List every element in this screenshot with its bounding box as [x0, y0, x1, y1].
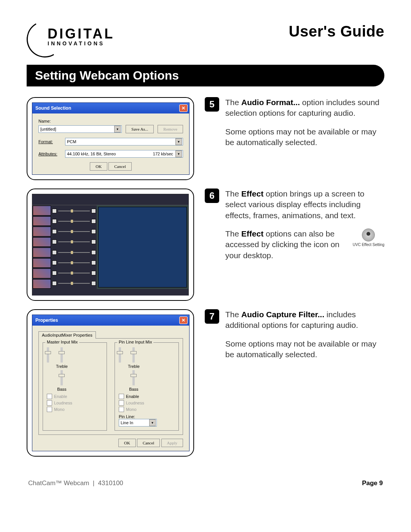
page-header: DIGITAL INNOVATIONS User's Guide	[27, 23, 384, 53]
footer-page-num: 9	[379, 479, 383, 487]
format-label: Format:	[38, 139, 61, 144]
loudness-checkbox	[47, 400, 52, 406]
footer-page-label: Page	[362, 479, 378, 487]
remove-button: Remove	[158, 125, 183, 133]
effect-sliders	[51, 205, 97, 289]
attributes-select[interactable]: 44.100 kHz, 16 Bit, Stereo 172 kb/sec ▼	[65, 150, 183, 158]
ok-button[interactable]: OK	[118, 439, 136, 447]
format-select[interactable]: PCM ▼	[65, 138, 183, 145]
pin-volume-slider[interactable]	[119, 347, 121, 363]
master-volume-slider[interactable]	[47, 347, 49, 363]
cancel-button[interactable]: Cancel	[137, 439, 160, 447]
screenshot-sound-selection: Sound Selection ✕ Name: [untitled] ▼ Sav…	[27, 97, 194, 180]
webcam-icon	[362, 228, 375, 241]
groupbox-master-input: Master Input Mix TrebleBass Enable Loudn…	[43, 342, 107, 431]
step-number-7: 7	[205, 309, 219, 324]
page-footer: ChatCam™ Webcam | 4310100 Page 9	[27, 479, 384, 487]
logo-sub-text: INNOVATIONS	[48, 40, 115, 46]
save-as-button[interactable]: Save As...	[126, 125, 154, 133]
screenshot-effect	[27, 189, 194, 301]
close-icon[interactable]: ✕	[179, 104, 188, 112]
chevron-down-icon: ▼	[175, 150, 182, 157]
master-bass-slider[interactable]	[61, 370, 63, 385]
mono-checkbox	[119, 407, 124, 412]
effect-toolbar	[32, 194, 188, 205]
dialog-titlebar: Sound Selection ✕	[32, 103, 189, 113]
pin-line-label: Pin Line:	[119, 414, 135, 419]
ok-button[interactable]: OK	[90, 162, 107, 171]
step-5-text: The Audio Format... option includes soun…	[225, 97, 384, 155]
footer-product: ChatCam™ Webcam	[28, 479, 89, 487]
groupbox-pin-line-input: Pin Line Input Mix TrebleBass Enable Lou…	[115, 342, 179, 431]
close-icon[interactable]: ✕	[179, 316, 188, 324]
screenshot-properties: Properties ✕ AudioInputMixer Properties …	[27, 309, 194, 457]
enable-checkbox	[47, 394, 52, 399]
loudness-checkbox	[119, 400, 124, 406]
section-heading: Setting Webcam Options	[27, 65, 384, 86]
dialog-title: Properties	[35, 318, 58, 323]
mono-checkbox	[47, 407, 52, 412]
chevron-down-icon: ▼	[149, 419, 156, 426]
pin-treble-slider[interactable]	[132, 347, 135, 363]
step-6-text: The Effect option brings up a screen to …	[225, 189, 384, 268]
footer-model: 4310100	[98, 479, 123, 487]
master-treble-slider[interactable]	[61, 347, 63, 363]
effect-thumbnails	[32, 205, 51, 289]
pin-line-select[interactable]: Line In ▼	[119, 419, 157, 427]
effect-preview	[98, 207, 187, 288]
guide-title: User's Guide	[289, 23, 384, 40]
dialog-title: Sound Selection	[35, 105, 71, 111]
chevron-down-icon: ▼	[114, 126, 121, 133]
logo-main-text: DIGITAL	[48, 26, 115, 42]
chevron-down-icon: ▼	[175, 138, 182, 145]
enable-checkbox[interactable]	[119, 394, 124, 399]
step-7-text: The Audio Capture Filter... includes add…	[225, 309, 384, 367]
dialog-titlebar: Properties ✕	[32, 315, 189, 326]
name-label: Name:	[38, 119, 51, 123]
name-select[interactable]: [untitled] ▼	[38, 125, 122, 133]
step-number-6: 6	[205, 189, 219, 203]
cancel-button[interactable]: Cancel	[108, 162, 132, 171]
brand-logo: DIGITAL INNOVATIONS	[27, 23, 129, 53]
attributes-label: Attributes:	[38, 152, 61, 156]
tab-audio-input-mixer[interactable]: AudioInputMixer Properties	[38, 331, 96, 339]
uvc-effect-icon: UVC Effect Setting	[353, 228, 384, 248]
pin-bass-slider[interactable]	[132, 370, 135, 385]
apply-button: Apply	[161, 439, 183, 447]
step-number-5: 5	[205, 97, 219, 112]
